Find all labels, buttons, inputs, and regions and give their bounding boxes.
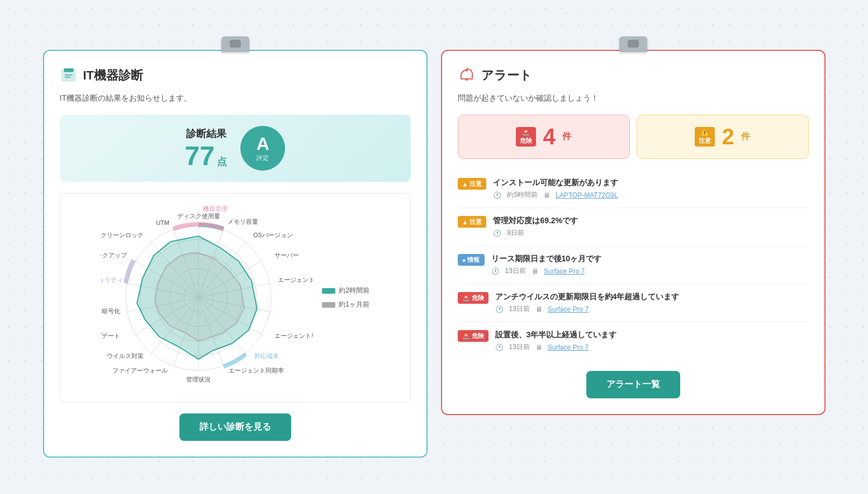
svg-text:ウイルス対策: ウイルス対策 [107, 352, 144, 359]
danger-icon: 🚨 [462, 332, 470, 340]
alert-tag-label: 危険 [472, 294, 484, 302]
left-panel-subtitle: IT機器診断の結果をお知らせします。 [60, 93, 411, 103]
alert-meta: 🕐 8日前 [493, 228, 808, 238]
alert-tag-info: ● 情報 [458, 254, 485, 266]
radar-legend: 約2時間前 約1ヶ月前 [322, 286, 369, 309]
svg-point-48 [466, 69, 468, 72]
alert-title: リース期限日まで後10ヶ月です [491, 254, 809, 264]
alert-device-link[interactable]: Surface Pro 7 [548, 344, 589, 351]
right-panel-wrapper: アラート 問題が起きていないか確認しましょう！ 🚨 危険 4 件 ⚠️ 注意 [441, 36, 826, 458]
it-diagnosis-icon [60, 67, 78, 84]
alert-meta: 🕐 約5時間前 🖥 LAPTOP-MAT72G9L [493, 190, 808, 200]
alert-title: インストール可能な更新があります [493, 178, 808, 188]
alert-item: 🚨 危険 設置後、3年半以上経過しています 🕐 13日前 🖥 Surface P… [458, 322, 809, 360]
svg-text:対応端末: 対応端末 [254, 352, 279, 359]
alert-content: 管理対応度は69.2%です 🕐 8日前 [493, 216, 808, 238]
svg-text:Windowsアップデート: Windowsアップデート [101, 332, 120, 339]
left-panel-wrapper: IT機器診断 IT機器診断の結果をお知らせします。 診断結果 77 点 A 評定 [43, 36, 428, 458]
legend-label-current: 約2時間前 [339, 286, 369, 295]
alert-tag-label: 注意 [469, 218, 482, 226]
alert-tag-label: 危険 [472, 332, 484, 340]
score-value: 77 [185, 141, 215, 171]
legend-color-current [322, 288, 335, 294]
alert-meta: 🕐 13日前 🖥 Surface Pro 7 [491, 266, 809, 276]
alert-content: リース期限日まで後10ヶ月です 🕐 13日前 🖥 Surface Pro 7 [491, 254, 809, 276]
score-card: 診断結果 77 点 A 評定 [60, 115, 411, 182]
svg-rect-1 [64, 69, 73, 72]
svg-text:UTM: UTM [156, 219, 169, 226]
warning-badge: ⚠️ 注意 [695, 127, 715, 147]
alert-counts: 🚨 危険 4 件 ⚠️ 注意 2 件 [458, 115, 809, 159]
score-label: 診断結果 [185, 127, 227, 140]
alert-tag-danger: 🚨 危険 [458, 330, 488, 342]
clock-icon: 🕐 [493, 191, 501, 199]
left-clip [221, 36, 249, 52]
clock-icon: 🕐 [495, 344, 504, 351]
alert-content: 設置後、3年半以上経過しています 🕐 13日前 🖥 Surface Pro 7 [495, 330, 809, 352]
clock-icon: 🕐 [491, 267, 500, 275]
legend-label-past: 約1ヶ月前 [339, 300, 369, 309]
info-icon: ● [462, 257, 466, 264]
warning-count-number: 2 [722, 124, 734, 149]
svg-text:暗号化: 暗号化 [102, 308, 120, 314]
alert-time: 8日前 [507, 228, 524, 238]
alert-content: インストール可能な更新があります 🕐 約5時間前 🖥 LAPTOP-MAT72G… [493, 178, 808, 200]
alert-meta: 🕐 13日前 🖥 Surface Pro 7 [495, 342, 809, 352]
alert-title: 管理対応度は69.2%です [493, 216, 808, 226]
svg-text:サーバー: サーバー [274, 252, 299, 258]
left-panel-header: IT機器診断 [60, 67, 411, 84]
clock-icon: 🕐 [495, 305, 504, 313]
alert-time: 13日前 [509, 304, 530, 314]
svg-text:エージェントバージョン: エージェントバージョン [278, 276, 313, 283]
alert-device-link[interactable]: LAPTOP-MAT72G9L [556, 191, 618, 199]
alert-item: ▲ 注意 管理対応度は69.2%です 🕐 8日前 [458, 208, 809, 246]
alert-list-button[interactable]: アラート一覧 [586, 371, 680, 398]
svg-text:ディスク使用量: ディスク使用量 [177, 213, 220, 219]
device-icon: 🖥 [535, 305, 542, 313]
svg-rect-47 [466, 79, 468, 81]
danger-badge: 🚨 危険 [516, 127, 536, 147]
alert-content: アンチウイルスの更新期限日を約4年超過しています 🕐 13日前 🖥 Surfac… [495, 292, 809, 314]
grade-circle: A 評定 [240, 126, 285, 171]
device-icon: 🖥 [535, 344, 542, 351]
alert-device-link[interactable]: Surface Pro 7 [544, 267, 585, 275]
warning-icon: ▲ [462, 181, 468, 187]
alert-item: ▲ 注意 インストール可能な更新があります 🕐 約5時間前 🖥 LAPTOP-M… [458, 170, 809, 208]
danger-count-unit: 件 [562, 131, 571, 143]
score-label-section: 診断結果 77 点 [185, 127, 227, 170]
svg-text:管理状況: 管理状況 [186, 376, 211, 383]
alert-tag-label: 情報 [467, 256, 480, 264]
svg-text:OSバージョン: OSバージョン [253, 232, 293, 238]
alert-tag-warning: ▲ 注意 [458, 216, 487, 228]
alert-meta: 🕐 13日前 🖥 Surface Pro 7 [495, 304, 809, 314]
grade-letter: A [257, 135, 269, 153]
alert-time: 約5時間前 [507, 190, 538, 200]
score-unit: 点 [217, 156, 227, 167]
right-panel-title: アラート [481, 67, 532, 84]
legend-item-current: 約2時間前 [322, 286, 369, 295]
alert-icon [458, 67, 476, 84]
warning-count-unit: 件 [741, 131, 750, 143]
right-panel-header: アラート [458, 67, 809, 84]
right-panel-subtitle: 問題が起きていないか確認しましょう！ [458, 93, 809, 103]
svg-text:スクリーンロック: スクリーンロック [101, 232, 144, 238]
alert-item: 🚨 危険 アンチウイルスの更新期限日を約4年超過しています 🕐 13日前 🖥 S… [458, 284, 809, 322]
alert-tag-warning: ▲ 注意 [458, 178, 487, 190]
left-panel-title: IT機器診断 [83, 67, 144, 84]
legend-color-past [322, 302, 335, 308]
svg-text:エージェント導入率: エージェント導入率 [274, 332, 313, 339]
alert-device-link[interactable]: Surface Pro 7 [548, 305, 589, 313]
device-icon: 🖥 [543, 191, 550, 199]
device-icon: 🖥 [532, 267, 538, 275]
left-panel: IT機器診断 IT機器診断の結果をお知らせします。 診断結果 77 点 A 評定 [43, 50, 428, 458]
danger-count-number: 4 [543, 124, 555, 149]
alert-tag-label: 注意 [469, 180, 482, 188]
alert-time: 13日前 [505, 266, 526, 276]
svg-text:iCloudバックアップ: iCloudバックアップ [101, 252, 127, 258]
alert-list: ▲ 注意 インストール可能な更新があります 🕐 約5時間前 🖥 LAPTOP-M… [458, 170, 809, 360]
svg-text:メモリ容量: メモリ容量 [227, 218, 258, 225]
alert-title: アンチウイルスの更新期限日を約4年超過しています [495, 292, 809, 302]
left-panel-footer: 詳しい診断を見る [60, 413, 411, 441]
diagnosis-detail-button[interactable]: 詳しい診断を見る [179, 413, 291, 441]
right-panel-footer: アラート一覧 [458, 371, 809, 398]
